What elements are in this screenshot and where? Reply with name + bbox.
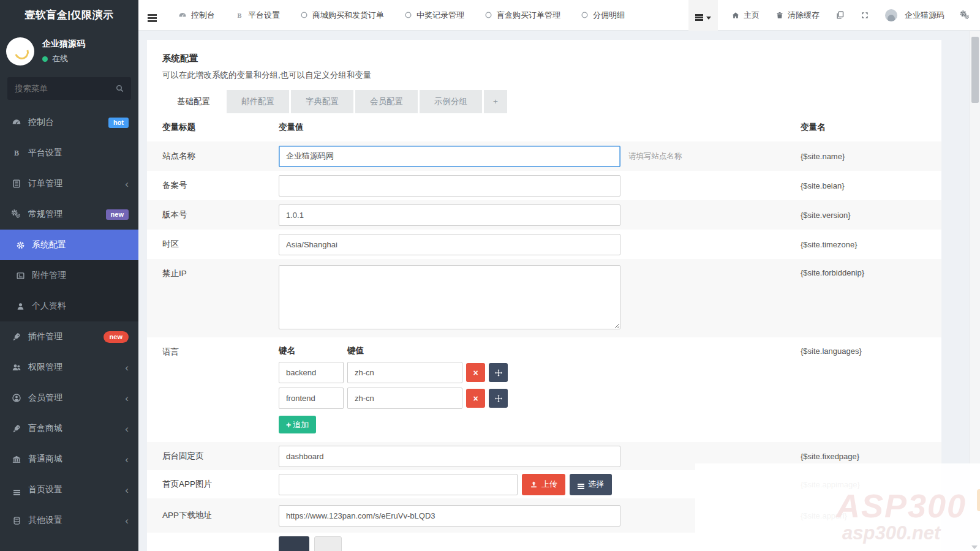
field-label: 站点名称 <box>162 151 279 162</box>
tab-list-dropdown-button[interactable] <box>688 0 718 31</box>
timezone-input[interactable] <box>279 234 620 255</box>
user-status: 在线 <box>42 53 85 64</box>
cogs-icon <box>960 10 970 20</box>
tab-commission-details[interactable]: 分佣明细 <box>581 10 625 21</box>
search-input[interactable] <box>7 77 131 100</box>
tab-basic-config[interactable]: 基础配置 <box>162 90 225 113</box>
users-icon <box>12 362 21 372</box>
tab-prize-records[interactable]: 中奖记录管理 <box>404 10 464 21</box>
chevron-left-icon <box>125 179 129 189</box>
sidebar-item-other-settings[interactable]: 其他设置 <box>0 505 138 536</box>
variable-name: {$site.version} <box>801 211 934 220</box>
language-pair-row <box>279 362 801 383</box>
field-label: 后台固定页 <box>162 451 279 462</box>
delete-pair-button[interactable] <box>466 389 485 408</box>
tab-dashboard[interactable]: 控制台 <box>178 10 215 21</box>
sidebar-item-label: 插件管理 <box>28 331 62 342</box>
chevron-left-icon <box>125 362 129 373</box>
upload-icon <box>530 481 538 489</box>
tab-blindbox-orders[interactable]: 盲盒购买订单管理 <box>484 10 560 21</box>
settings-button[interactable] <box>960 10 970 20</box>
lang-key-input[interactable] <box>279 388 344 409</box>
sidebar-item-general[interactable]: 常规管理 new <box>0 199 138 230</box>
home-button[interactable]: 主页 <box>731 10 760 21</box>
app-logo-title: 壹软盲盒|仅限演示 <box>0 0 138 31</box>
sidebar-item-label: 控制台 <box>28 117 54 128</box>
rocket-icon <box>12 424 21 433</box>
form-row-version: 版本号 {$site.version} <box>147 200 941 230</box>
tab-mall-orders[interactable]: 商城购买和发货订单 <box>300 10 384 21</box>
drag-pair-button[interactable] <box>489 363 508 382</box>
tab-mail-config[interactable]: 邮件配置 <box>227 90 289 113</box>
tab-member-config[interactable]: 会员配置 <box>355 90 418 113</box>
lang-value-input[interactable] <box>347 362 462 383</box>
sidebar-item-permissions[interactable]: 权限管理 <box>0 352 138 383</box>
column-header-value: 变量值 <box>279 122 620 133</box>
sidebar-item-dashboard[interactable]: 控制台 hot <box>0 107 138 138</box>
drag-pair-button[interactable] <box>489 389 508 408</box>
lang-value-input[interactable] <box>347 388 462 409</box>
sidebar-item-normal-mall[interactable]: 普通商城 <box>0 444 138 474</box>
append-pair-button[interactable]: 追加 <box>279 416 316 433</box>
new-badge: new <box>106 209 129 220</box>
circle-icon <box>300 11 308 19</box>
sidebar-item-attachments[interactable]: 附件管理 <box>0 260 138 291</box>
user-name: 企业猫源码 <box>42 39 85 50</box>
tab-example-group[interactable]: 示例分组 <box>420 90 482 113</box>
sidebar-item-blindbox-mall[interactable]: 盲盒商城 <box>0 413 138 444</box>
column-header-varname: 变量名 <box>801 122 934 133</box>
online-status-dot <box>42 56 48 62</box>
page-scrollbar-thumb[interactable] <box>971 37 979 103</box>
site-name-input[interactable] <box>279 146 620 167</box>
trash-icon <box>775 11 784 20</box>
user-panel: 企业猫源码 在线 <box>0 31 138 73</box>
watermark-brand: ASP300 <box>836 487 967 525</box>
app-url-input[interactable] <box>279 505 620 527</box>
submit-button[interactable] <box>279 536 309 551</box>
add-group-tab-button[interactable]: + <box>484 90 507 113</box>
fullscreen-button[interactable] <box>861 11 869 20</box>
avatar[interactable] <box>6 37 34 66</box>
sidebar-item-homepage-settings[interactable]: 首页设置 <box>0 474 138 505</box>
chevron-left-icon <box>125 515 129 526</box>
admin-menu[interactable]: 企业猫源码 <box>885 9 944 21</box>
version-input[interactable] <box>279 204 620 226</box>
beian-input[interactable] <box>279 175 620 197</box>
delete-pair-button[interactable] <box>466 363 485 382</box>
menu-search <box>7 77 131 100</box>
sidebar-item-plugins[interactable]: 插件管理 new <box>0 321 138 352</box>
key-column-header: 键名 <box>279 345 347 356</box>
form-row-timezone: 时区 {$site.timezone} <box>147 230 941 259</box>
caret-down-icon <box>706 17 711 20</box>
sidebar-item-label: 平台设置 <box>28 148 62 159</box>
fixedpage-input[interactable] <box>279 446 620 467</box>
bank-icon <box>12 454 21 464</box>
page-title: 系统配置 <box>162 53 926 64</box>
chevron-left-icon <box>125 485 129 495</box>
tab-platform-settings[interactable]: 平台设置 <box>235 10 280 21</box>
lang-key-input[interactable] <box>279 362 344 383</box>
user-circle-icon <box>12 393 21 403</box>
sidebar-item-profile[interactable]: 个人资料 <box>0 291 138 321</box>
forbidden-ip-textarea[interactable] <box>279 265 620 329</box>
app-image-input[interactable] <box>279 474 518 495</box>
bold-icon <box>235 11 244 20</box>
sidebar-item-platform-settings[interactable]: 平台设置 <box>0 138 138 168</box>
sidebar-item-label: 附件管理 <box>32 270 66 281</box>
tab-dictionary-config[interactable]: 字典配置 <box>291 90 353 113</box>
variable-name: {$site.timezone} <box>801 240 934 249</box>
copy-page-button[interactable] <box>835 10 845 20</box>
list-icon <box>12 490 21 495</box>
sidebar-item-members[interactable]: 会员管理 <box>0 383 138 413</box>
sidebar-toggle-button[interactable] <box>138 0 167 30</box>
field-label: 首页APP图片 <box>162 479 279 490</box>
field-hint: 请填写站点名称 <box>620 151 801 162</box>
sidebar-item-orders[interactable]: 订单管理 <box>0 168 138 199</box>
upload-label: 上传 <box>541 479 557 490</box>
clear-cache-button[interactable]: 清除缓存 <box>775 10 820 21</box>
sidebar-item-system-config[interactable]: 系统配置 <box>0 230 138 260</box>
choose-button[interactable]: 选择 <box>570 474 612 495</box>
upload-button[interactable]: 上传 <box>522 474 565 495</box>
reset-button[interactable] <box>314 536 342 551</box>
gear-icon <box>15 241 25 250</box>
